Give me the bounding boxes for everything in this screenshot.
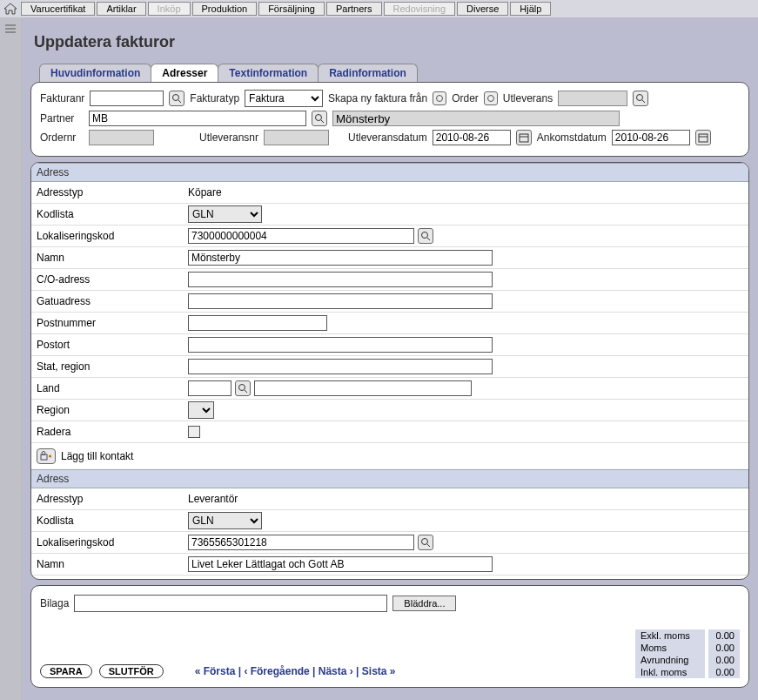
utleverans-input[interactable] xyxy=(558,91,627,106)
utleverans-search-icon[interactable] xyxy=(633,91,648,106)
add-contact-label[interactable]: Lägg till kontakt xyxy=(61,450,133,462)
fakturatyp-label: Fakturatyp xyxy=(190,92,239,104)
postnr-label-1: Postnummer xyxy=(31,317,188,329)
stat-label-1: Stat, region xyxy=(31,360,188,373)
region-select-1[interactable] xyxy=(188,401,214,419)
svg-point-13 xyxy=(422,232,428,239)
fakturanr-search-icon[interactable] xyxy=(169,91,184,106)
utleverans-radio[interactable] xyxy=(484,91,498,105)
menu-partners[interactable]: Partners xyxy=(326,2,382,16)
svg-line-14 xyxy=(427,238,430,240)
namn-label-2: Namn xyxy=(31,558,188,570)
nav-last[interactable]: Sista » xyxy=(362,665,396,677)
land-label-1: Land xyxy=(31,382,188,394)
total-inkl-label: Inkl. moms xyxy=(635,666,705,678)
postort-label-1: Postort xyxy=(31,339,188,351)
menu-artiklar[interactable]: Artiklar xyxy=(97,2,145,16)
utleverans-label: Utleverans xyxy=(503,92,553,104)
menu-bar: Varucertifikat Artiklar Inköp Produktion… xyxy=(21,2,551,16)
svg-line-6 xyxy=(642,100,645,103)
total-exkl-label: Exkl. moms xyxy=(635,629,705,642)
svg-line-16 xyxy=(245,390,247,393)
menu-diverse[interactable]: Diverse xyxy=(457,2,508,16)
svg-rect-9 xyxy=(520,134,528,142)
land-code-input-1[interactable] xyxy=(188,380,231,396)
tab-huvudinformation[interactable]: Huvudinformation xyxy=(39,64,151,82)
fakturanr-input[interactable] xyxy=(90,91,164,106)
utleveransdatum-input[interactable] xyxy=(433,130,511,145)
co-input-1[interactable] xyxy=(188,272,493,287)
svg-line-4 xyxy=(178,100,181,103)
nav-prev[interactable]: ‹ Föregående xyxy=(244,665,309,677)
nav-first[interactable]: « Första xyxy=(195,665,236,677)
partner-name-display xyxy=(332,111,620,126)
totals-box: Exkl. moms0.00 Moms0.00 Avrundning0.00 I… xyxy=(635,629,740,678)
menu-hjalp[interactable]: Hjälp xyxy=(510,2,551,16)
adresstyp-label-1: Adresstyp xyxy=(31,186,188,199)
stat-input-1[interactable] xyxy=(188,359,493,374)
ankomstdatum-label: Ankomstdatum xyxy=(537,131,607,144)
svg-point-5 xyxy=(637,95,643,101)
svg-point-3 xyxy=(173,95,179,101)
tab-adresser[interactable]: Adresser xyxy=(151,64,218,82)
lokaliseringskod-search-icon-2[interactable] xyxy=(418,535,433,550)
namn-input-1[interactable] xyxy=(188,250,493,266)
nav-next[interactable]: Nästa › xyxy=(319,665,353,677)
postnr-input-1[interactable] xyxy=(188,315,327,331)
fakturatyp-select[interactable]: Faktura xyxy=(245,90,323,107)
partner-label: Partner xyxy=(40,112,84,125)
lokaliseringskod-search-icon-1[interactable] xyxy=(418,228,433,244)
svg-point-7 xyxy=(316,115,322,121)
top-toolbar: Varucertifikat Artiklar Inköp Produktion… xyxy=(0,0,758,18)
menu-redovisning: Redovisning xyxy=(384,2,456,16)
lokaliseringskod-input-1[interactable] xyxy=(188,228,414,244)
finish-button[interactable]: SLUTFÖR xyxy=(99,664,164,678)
postort-input-1[interactable] xyxy=(188,337,493,353)
total-inkl-value: 0.00 xyxy=(708,666,740,678)
order-radio[interactable] xyxy=(433,91,446,105)
tab-textinformation[interactable]: Textinformation xyxy=(218,64,319,82)
menu-produktion[interactable]: Produktion xyxy=(192,2,258,16)
radera-checkbox-1[interactable] xyxy=(188,426,200,438)
ankomstdatum-calendar-icon[interactable] xyxy=(695,130,711,145)
utleveransnr-label: Utleveransnr xyxy=(199,131,258,144)
menu-forsaljning[interactable]: Försäljning xyxy=(258,2,325,16)
footer-panel: Bilaga Bläddra... SPARA SLUTFÖR « Första… xyxy=(30,585,749,688)
browse-button[interactable]: Bläddra... xyxy=(392,596,456,611)
total-avrundning-label: Avrundning xyxy=(635,654,705,666)
tab-radinformation[interactable]: Radinformation xyxy=(318,64,418,82)
co-label-1: C/O-adress xyxy=(31,273,188,286)
gatu-input-1[interactable] xyxy=(188,293,493,309)
kodlista-select-1[interactable]: GLN xyxy=(188,205,262,223)
bilaga-input[interactable] xyxy=(74,595,387,612)
partner-search-icon[interactable] xyxy=(312,111,327,126)
save-button[interactable]: SPARA xyxy=(40,664,92,678)
list-icon[interactable] xyxy=(4,23,17,35)
page-title: Uppdatera fakturor xyxy=(34,33,749,51)
namn-input-2[interactable] xyxy=(188,556,493,572)
land-search-icon-1[interactable] xyxy=(235,380,251,396)
address-section-header-1: Adress xyxy=(31,163,748,182)
adresstyp-label-2: Adresstyp xyxy=(31,493,188,505)
svg-line-8 xyxy=(321,120,324,123)
ordernr-input[interactable] xyxy=(89,130,154,145)
header-panel: Fakturanr Fakturatyp Faktura Skapa ny fa… xyxy=(30,82,749,157)
address-panel[interactable]: Adress AdresstypKöpare KodlistaGLN Lokal… xyxy=(30,162,749,580)
utleveransdatum-calendar-icon[interactable] xyxy=(516,130,532,145)
menu-varucertifikat[interactable]: Varucertifikat xyxy=(21,2,95,16)
add-contact-icon[interactable] xyxy=(37,448,56,464)
left-sidebar xyxy=(0,17,22,700)
lokaliseringskod-label-2: Lokaliseringskod xyxy=(31,536,188,549)
radera-label-1: Radera xyxy=(31,426,188,438)
home-icon[interactable] xyxy=(3,3,17,15)
partner-code-input[interactable] xyxy=(89,111,306,126)
lokaliseringskod-input-2[interactable] xyxy=(188,535,414,550)
ankomstdatum-input[interactable] xyxy=(612,130,690,145)
fakturanr-label: Fakturanr xyxy=(40,92,84,104)
utleveransnr-input[interactable] xyxy=(264,130,329,145)
kodlista-label-1: Kodlista xyxy=(31,208,188,220)
land-name-input-1[interactable] xyxy=(254,380,472,396)
utleveransdatum-label: Utleveransdatum xyxy=(348,131,427,144)
kodlista-select-2[interactable]: GLN xyxy=(188,512,262,529)
region-label-1: Region xyxy=(31,404,188,416)
